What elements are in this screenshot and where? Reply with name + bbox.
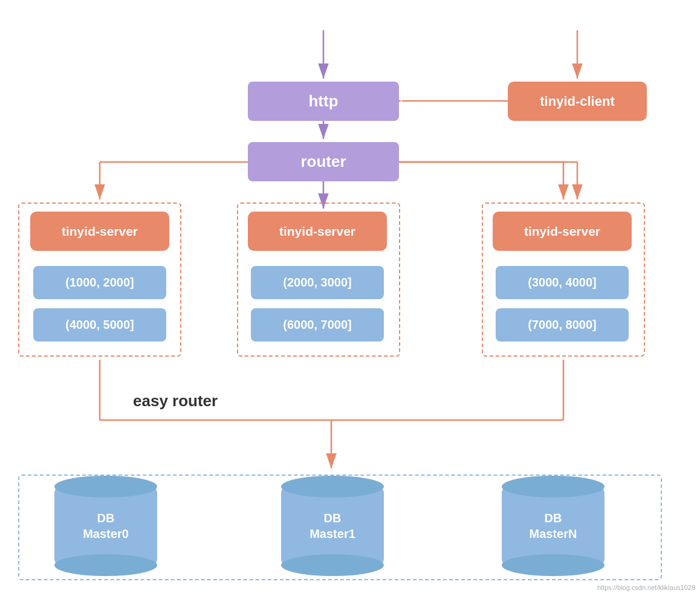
tinyid-server-right: tinyid-server xyxy=(493,212,632,251)
watermark: https://blog.csdn.net/kliklaus1028 xyxy=(597,584,695,591)
http-node: http xyxy=(248,82,399,121)
range-mid-1: (2000, 3000] xyxy=(251,266,384,299)
db-master1-label: DBMaster1 xyxy=(309,510,355,542)
db-mastern-label: DBMasterN xyxy=(530,510,577,542)
architecture-diagram: http router tinyid-client tinyid-server … xyxy=(0,0,700,596)
tinyid-server-left: tinyid-server xyxy=(30,212,169,251)
tinyid-client-node: tinyid-client xyxy=(508,82,647,121)
db-mastern: DBMasterN xyxy=(496,481,611,571)
range-right-2: (7000, 8000] xyxy=(496,308,629,342)
range-left-2: (4000, 5000] xyxy=(33,308,166,342)
easy-router-label: easy router xyxy=(133,392,218,410)
db-master0-label: DBMaster0 xyxy=(83,510,129,542)
router-node: router xyxy=(248,142,399,181)
db-master0: DBMaster0 xyxy=(48,481,163,571)
range-right-1: (3000, 4000] xyxy=(496,266,629,299)
tinyid-server-mid: tinyid-server xyxy=(248,212,387,251)
db-master1: DBMaster1 xyxy=(275,481,390,571)
range-mid-2: (6000, 7000] xyxy=(251,308,384,342)
range-left-1: (1000, 2000] xyxy=(33,266,166,299)
